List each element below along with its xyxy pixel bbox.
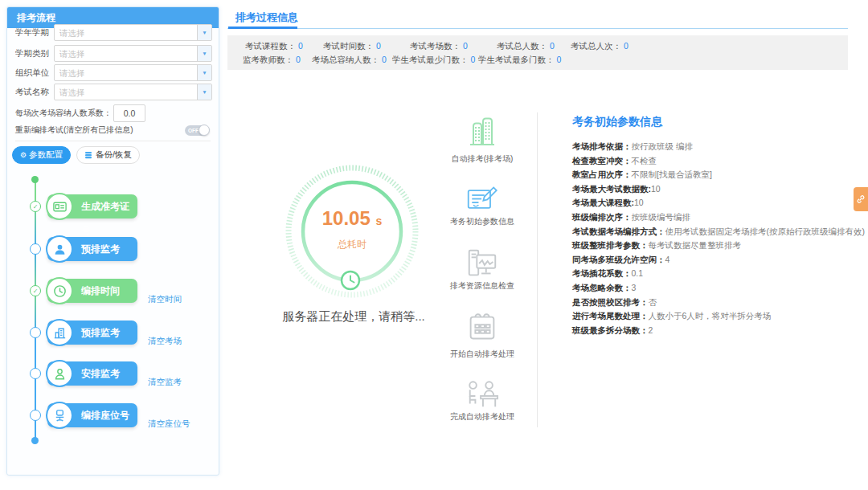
tab-process-info[interactable]: 排考过程信息 xyxy=(235,10,298,25)
param-line: 考试数据考场编排方式：使用考试数据固定考场排考(按原始行政班级编排有效) xyxy=(572,225,854,239)
chevron-down-icon[interactable]: ▼ xyxy=(197,46,211,61)
param-line: 考场最大课程数:10 xyxy=(572,196,854,210)
resource-check-label: 排考资源信息检查 xyxy=(434,280,530,292)
person-icon xyxy=(46,235,73,263)
active-tab-underline xyxy=(228,27,297,29)
param-line: 教室占用次序：不限制[找最合适教室] xyxy=(572,168,854,182)
sidebar-buttons: ⚙ 参数配置 备份/恢复 xyxy=(12,146,140,164)
link-icon xyxy=(856,194,866,204)
param-line: 是否按照校区排考：否 xyxy=(572,296,854,310)
stat-room-count: 考试考场数：0 xyxy=(410,41,468,52)
step3-label: 编排时间 xyxy=(81,285,120,296)
clear-invigilator-link[interactable]: 清空监考 xyxy=(148,377,182,388)
gauge-ring xyxy=(303,182,401,280)
check-icon: ✓ xyxy=(33,288,39,295)
capacity-coefficient-input[interactable] xyxy=(113,104,145,122)
chevron-down-icon[interactable]: ▼ xyxy=(197,65,211,80)
toggle-state-text: OFF xyxy=(188,128,199,133)
exam-name-input[interactable] xyxy=(55,84,202,100)
clear-seat-link[interactable]: 清空座位号 xyxy=(148,419,190,430)
tab-divider-line xyxy=(227,28,848,29)
org-unit-select[interactable]: ▼ xyxy=(54,64,212,81)
param-line: 班级最多拆分场数：2 xyxy=(572,324,854,338)
academic-term-input[interactable] xyxy=(55,25,202,40)
stat-room-capacity: 考场总容纳人数：0 xyxy=(312,55,387,66)
stat-course-count: 考试课程数：0 xyxy=(245,41,303,52)
person-outline-icon xyxy=(46,360,73,387)
progress-gauge xyxy=(281,161,423,302)
stat-total-people: 考试总人数：0 xyxy=(497,41,555,52)
param-line: 考场忽略余数：3 xyxy=(572,281,854,296)
server-processing-status: 服务器正在处理，请稍等... xyxy=(257,309,450,325)
initial-params-label: 考务初始参数信息 xyxy=(434,216,530,227)
params-list: 考场排考依据：按行政班级 编排 检查教室冲突：不检查 教室占用次序：不限制[找最… xyxy=(572,140,854,337)
step2-status-circle xyxy=(30,243,41,255)
stat-max-subjects: 学生考试最多门数：0 xyxy=(478,55,561,66)
start-processing-icon xyxy=(440,310,524,347)
academic-term-select[interactable]: ▼ xyxy=(54,24,212,41)
step2-label: 预排监考 xyxy=(81,243,120,255)
step1-label: 生成准考证号 xyxy=(81,201,129,236)
capacity-coefficient-row: 每场次考场容纳人数系数： xyxy=(15,105,145,121)
divider xyxy=(15,141,211,141)
field-label: 学年学期 xyxy=(15,27,54,39)
toggle-knob[interactable] xyxy=(199,125,210,136)
resource-check-icon xyxy=(440,246,524,281)
param-line: 检查教室冲突：不检查 xyxy=(572,154,854,169)
step4-label: 预排监考 xyxy=(81,327,120,338)
stat-min-subjects: 学生考试最少门数：0 xyxy=(392,55,475,66)
seat-icon xyxy=(46,402,73,429)
backup-restore-button[interactable]: 备份/恢复 xyxy=(76,146,140,164)
stepper-end-dot xyxy=(31,437,39,444)
params-panel-title: 考务初始参数信息 xyxy=(572,115,662,129)
backup-restore-label: 备份/恢复 xyxy=(96,149,132,161)
clock-icon xyxy=(342,272,359,289)
step3-status-circle: ✓ xyxy=(30,285,41,296)
exam-name-select[interactable]: ▼ xyxy=(54,84,212,100)
param-line: 考场插花系数：0.1 xyxy=(572,267,854,281)
param-line: 进行考场尾数处理：人数小于6人时，将对半拆分考场 xyxy=(572,309,854,324)
step6-status-circle xyxy=(30,410,41,421)
stepper-line xyxy=(35,333,36,440)
field-label: 组织单位 xyxy=(15,67,54,79)
check-icon: ✓ xyxy=(33,203,39,210)
exam-stats-bar: 考试课程数：0 考试时间数：0 考试考场数：0 考试总人数：0 考试总人次：0 … xyxy=(227,35,848,70)
gauge-elapsed-time: 10.05 s xyxy=(281,207,423,230)
start-processing-label: 开始自动排考处理 xyxy=(434,349,530,360)
step5-label: 安排监考 xyxy=(81,368,120,379)
stat-total-person-times: 考试总人次：0 xyxy=(571,41,628,52)
org-unit-input[interactable] xyxy=(55,65,202,80)
field-label: 学期类别 xyxy=(15,48,54,59)
finish-processing-label: 完成自动排考处理 xyxy=(434,411,530,423)
term-type-input[interactable] xyxy=(55,46,202,61)
chevron-down-icon[interactable]: ▼ xyxy=(197,25,211,40)
field-row-term-type: 学期类别 ▼ xyxy=(15,45,212,62)
param-line: 考场最大考试数据数:10 xyxy=(572,182,854,197)
clear-room-link[interactable]: 清空考场 xyxy=(148,336,182,347)
finish-processing-icon xyxy=(440,378,524,412)
field-row-academic-term: 学年学期 ▼ xyxy=(15,24,212,41)
clear-time-link[interactable]: 清空时间 xyxy=(148,294,182,305)
auto-schedule-rooms-icon xyxy=(440,112,524,151)
step6-label: 编排座位号 xyxy=(81,410,129,421)
layers-icon xyxy=(84,151,92,159)
building-icon xyxy=(46,319,73,346)
step4-status-circle xyxy=(30,327,41,338)
term-type-select[interactable]: ▼ xyxy=(54,45,212,62)
scheduling-flow-panel: 排考流程 学年学期 ▼ 学期类别 ▼ 组织单位 ▼ 考试名称 ▼ 每场次考场容纳… xyxy=(6,6,219,476)
step1-status-circle: ✓ xyxy=(30,201,41,212)
stat-time-count: 考试时间数：0 xyxy=(323,41,381,52)
quick-link-button[interactable] xyxy=(854,187,868,211)
auto-schedule-rooms-label: 自动排考(排考场) xyxy=(434,153,530,165)
rearrange-toggle[interactable]: OFF xyxy=(185,125,209,136)
param-line: 班级编排次序：按班级编号编排 xyxy=(572,210,854,225)
vertical-divider xyxy=(537,112,538,427)
gauge-caption: 总耗时 xyxy=(281,238,423,251)
param-line: 同考场多班级允许空闲：4 xyxy=(572,253,854,267)
step5-status-circle xyxy=(30,368,41,379)
param-config-button[interactable]: ⚙ 参数配置 xyxy=(12,146,71,164)
param-line: 班级整班排考参数：每考试数据尽量整班排考 xyxy=(572,239,854,253)
field-label: 考试名称 xyxy=(15,87,54,98)
capacity-coefficient-label: 每场次考场容纳人数系数： xyxy=(15,108,112,119)
chevron-down-icon[interactable]: ▼ xyxy=(197,84,211,100)
